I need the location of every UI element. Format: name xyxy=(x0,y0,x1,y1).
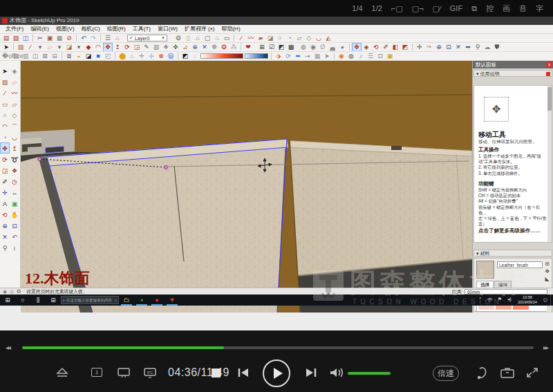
toolbar-icon[interactable]: ▾ xyxy=(55,44,64,51)
recorder-app[interactable]: ● xyxy=(149,295,165,306)
tape-measure-tool[interactable]: ✐ xyxy=(0,176,10,187)
follow-me-tool[interactable]: ➰ xyxy=(10,153,19,165)
toolbar-icon[interactable]: ✑ xyxy=(425,44,433,51)
model-viewport[interactable]: 12.木饰面 xyxy=(21,61,472,312)
menu-item[interactable]: 工具(T) xyxy=(130,25,153,33)
toolbar-icon[interactable]: ⬗ xyxy=(274,53,283,60)
eject-icon[interactable] xyxy=(55,367,69,378)
toolbar-icon[interactable]: ⇝ xyxy=(303,53,312,60)
rotated-rectangle-tool[interactable]: ▱ xyxy=(10,98,19,109)
toolbar-icon[interactable]: ⊟ xyxy=(50,53,59,60)
toolbar-icon[interactable]: ➥ xyxy=(294,53,302,60)
show-desktop-button[interactable] xyxy=(550,295,553,306)
toolbar-icon[interactable]: ◈ xyxy=(362,44,371,51)
create-material-icon[interactable]: ⊞ xyxy=(545,261,550,267)
toolbar-icon[interactable]: ➤ xyxy=(323,53,331,60)
frame-one-icon[interactable]: 1 xyxy=(91,368,102,377)
geolocation-icon[interactable]: ◉ xyxy=(3,289,7,295)
cortana-button[interactable]: ○ xyxy=(15,295,30,306)
toolbar-icon[interactable]: ▦ xyxy=(313,53,321,60)
toolbar-icon[interactable]: ⌂ xyxy=(213,35,221,42)
toolbar-icon[interactable]: ❖ xyxy=(162,44,170,51)
color-swatch[interactable] xyxy=(513,311,529,312)
toolbar-icon[interactable]: ✥ xyxy=(104,44,112,51)
toolbar-icon[interactable]: ◪ xyxy=(84,53,93,60)
tray-flag-icon[interactable]: ⚑ xyxy=(495,297,505,304)
zoom-tool[interactable]: ⊕ xyxy=(0,220,10,231)
tray-expand-icon[interactable]: ⌃ xyxy=(476,297,485,304)
toolbar-icon[interactable]: ▾ xyxy=(75,44,83,51)
dimension-tool[interactable]: ↔ xyxy=(10,187,19,198)
toolbar-icon[interactable]: ❁ xyxy=(210,44,218,51)
toolbar-icon[interactable]: ▥ xyxy=(152,44,160,51)
axes-tool[interactable]: ✛ xyxy=(0,187,10,198)
toolbar-icon[interactable]: ⊡ xyxy=(444,44,453,51)
notification-center-icon[interactable]: 🗩 xyxy=(541,298,550,303)
toolbar-icon[interactable]: ⊿ xyxy=(181,44,189,51)
toolbar-icon[interactable]: ▨ xyxy=(17,44,25,51)
toolbar-icon[interactable]: ◪ xyxy=(266,35,274,42)
toolbar-icon[interactable]: ✛ xyxy=(138,53,146,60)
toolbar-icon[interactable]: ▩ xyxy=(287,44,295,51)
toolbar-icon[interactable]: ▦ xyxy=(55,35,64,42)
toolbar-icon[interactable]: ⌂ xyxy=(113,35,122,42)
text-tool[interactable]: A xyxy=(0,198,10,209)
toolbar-icon[interactable]: ▧ xyxy=(12,35,20,42)
app-grid-button[interactable]: ⊞ xyxy=(46,295,61,306)
toolbar-icon[interactable]: ◉ xyxy=(337,53,346,60)
select-tool[interactable]: ➤ xyxy=(0,65,10,76)
material-name-field[interactable]: Leather_brush xyxy=(497,261,543,268)
tv-mode-icon[interactable] xyxy=(117,367,131,378)
push-pull-tool[interactable]: ↥ xyxy=(10,142,19,153)
zoom-extents-tool[interactable]: ✕ xyxy=(0,231,10,242)
polygon-tool[interactable]: ◇ xyxy=(10,109,19,120)
gif-icon[interactable]: GIF xyxy=(450,5,462,12)
rotate-tool[interactable]: ⟳ xyxy=(0,153,10,165)
move-tool[interactable]: ✥ xyxy=(0,142,10,153)
sample-paint-icon[interactable]: ◣ xyxy=(545,276,549,282)
toolbar-icon[interactable]: ◫ xyxy=(31,53,39,60)
toolbar-icon[interactable]: ⟳ xyxy=(284,53,292,60)
toolbar-icon[interactable]: ▯ xyxy=(184,35,192,42)
eraser-tool[interactable]: ▱ xyxy=(10,76,19,87)
toolbar-icon[interactable]: ⟳ xyxy=(123,44,131,51)
crop-icon[interactable]: ▢∕ xyxy=(433,5,441,12)
toolbar-icon[interactable]: ∕ xyxy=(26,44,35,51)
toolbar-icon[interactable]: ➤ xyxy=(2,44,10,51)
toolbar-icon[interactable]: ♪ xyxy=(357,53,365,60)
toolbar-icon[interactable]: ∅ xyxy=(319,44,327,51)
toolbar-icon[interactable]: ⊠ xyxy=(41,53,49,60)
toolbar-icon[interactable]: ▣ xyxy=(386,53,394,60)
menu-item[interactable]: 视图(V) xyxy=(53,25,77,33)
toolbar-icon[interactable]: ✜ xyxy=(171,44,180,51)
menu-item[interactable]: 绘图(R) xyxy=(104,25,129,33)
seek-forward-icon[interactable]: ▸▸ xyxy=(543,344,547,351)
toolbar-icon[interactable]: ∕ xyxy=(237,35,245,42)
toolbar-icon[interactable]: ■ xyxy=(94,53,102,60)
set-paint-icon[interactable]: ❖ xyxy=(545,268,550,274)
fullscreen-icon[interactable] xyxy=(525,366,539,379)
toolbar-icon[interactable]: ▰ xyxy=(256,35,265,42)
toolbar-icon[interactable]: ◍ xyxy=(347,53,355,60)
measurement-input[interactable]: 60mm xyxy=(465,289,547,295)
toolbar-icon[interactable]: 〰 xyxy=(247,35,255,42)
toolbar-icon[interactable]: ▱ xyxy=(46,44,54,51)
start-button[interactable]: ⊞ xyxy=(0,295,15,306)
toolbar-icon[interactable]: ◭ xyxy=(324,35,332,42)
toolbar-icon[interactable]: ☰ xyxy=(104,35,112,42)
toolbar-icon[interactable]: ✕ xyxy=(454,44,462,51)
title-bar[interactable]: 木饰面 - SketchUp Pro 2019 xyxy=(0,17,553,25)
menu-item[interactable]: 帮助(H) xyxy=(218,25,243,33)
toolbar-icon[interactable]: ⚲ xyxy=(474,44,482,51)
toolbar-icon[interactable]: ⛊ xyxy=(493,44,501,51)
toolbar-icon[interactable]: ◔ xyxy=(285,35,294,42)
toolbar-icon[interactable]: ⊕ xyxy=(435,44,443,51)
toolbar-icon[interactable]: ☑ xyxy=(268,44,276,51)
toolbar-icon[interactable]: ☁ xyxy=(483,44,491,51)
tray-title[interactable]: 默认面板 xyxy=(473,61,553,68)
play-button[interactable] xyxy=(263,360,290,387)
freehand-tool[interactable]: 〰 xyxy=(10,87,19,98)
taskbar-search-box[interactable]: e 在这里输入你要搜索的内容 ⌕ xyxy=(61,296,119,304)
toolbar-icon[interactable]: ⊘ xyxy=(65,35,73,42)
wechat-app[interactable]: ◖ xyxy=(134,295,149,306)
